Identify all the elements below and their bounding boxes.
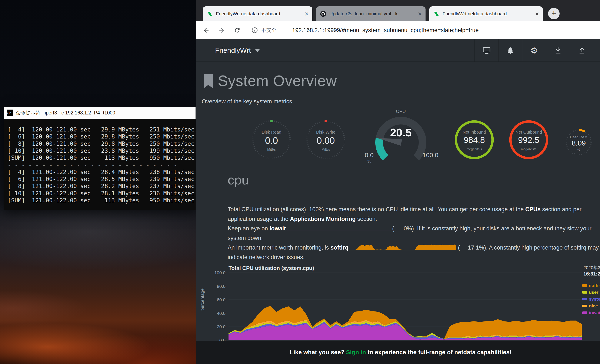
signin-bar: Like what you see? Sign in to experience… bbox=[196, 341, 600, 364]
gauge-value: 0.00 bbox=[305, 135, 347, 146]
section-heading-cpu: cpu bbox=[228, 172, 249, 187]
gauge-label: Net Outbound bbox=[508, 130, 550, 135]
gauge-unit: megabits/s bbox=[453, 147, 495, 151]
gauge-disk-read[interactable]: Disk Read 0.0 MiB/s bbox=[250, 119, 292, 161]
gauge-label: Disk Read bbox=[250, 130, 292, 135]
iowait-term: iowait bbox=[270, 225, 286, 232]
gauge-cpu[interactable]: CPU 20.5 0.0 100.0 % bbox=[362, 107, 440, 165]
browser-tab-3[interactable]: FriendlyWrt netdata dashboard × bbox=[429, 6, 543, 21]
text bbox=[286, 225, 287, 232]
signin-link[interactable]: Sign in bbox=[346, 349, 366, 355]
legend-label: softirq bbox=[589, 283, 600, 288]
alarms-button[interactable] bbox=[498, 39, 522, 62]
text: to experience the full-range of netdata … bbox=[366, 349, 512, 355]
new-tab-button[interactable]: + bbox=[548, 8, 560, 19]
header-left-cell bbox=[196, 39, 209, 62]
legend-swatch bbox=[582, 311, 587, 314]
host-name: FriendlyWrt bbox=[215, 46, 251, 55]
url-text[interactable]: 192.168.2.1:19999/#menu_system_submenu_c… bbox=[292, 21, 479, 39]
gauge-min: 0.0 bbox=[362, 151, 377, 159]
text: An important metric worth monitoring, is bbox=[228, 244, 330, 251]
cpu-paragraph-2: application usage at the Applications Mo… bbox=[228, 214, 600, 224]
export-button[interactable] bbox=[570, 39, 594, 62]
cpu-paragraph-6: indicate network driver issues. bbox=[228, 252, 600, 262]
ytick-label: 60.0 bbox=[217, 297, 225, 302]
cmd-icon: C:\_ bbox=[7, 110, 13, 116]
ytick-label: 20.0 bbox=[217, 324, 225, 329]
chart-legend: softirqusersystemniceiowait bbox=[582, 282, 600, 316]
desktop-background: { "desktop": { "terminal": { "icon_glyph… bbox=[0, 0, 600, 364]
chevron-down-icon bbox=[255, 49, 260, 52]
chart-ylabel: percentage bbox=[200, 274, 205, 325]
gauge-value: 992.5 bbox=[508, 135, 550, 145]
legend-item[interactable]: user bbox=[582, 289, 600, 296]
header-edge-cell bbox=[594, 39, 600, 62]
back-icon bbox=[203, 27, 210, 34]
text: section. bbox=[356, 216, 377, 222]
legend-item[interactable]: softirq bbox=[582, 282, 600, 289]
terminal-line: [ 6] 121.00-122.00 sec 28.5 MBytes 239 M… bbox=[8, 176, 196, 183]
cpu-paragraph-5: An important metric worth monitoring, is… bbox=[228, 243, 600, 252]
reload-icon bbox=[234, 27, 241, 34]
legend-label: user bbox=[589, 290, 598, 295]
host-selector[interactable]: FriendlyWrt bbox=[215, 39, 260, 62]
gauge-used-ram[interactable]: Used RAM 8.09 % bbox=[564, 127, 594, 157]
iowait-sparkline[interactable] bbox=[287, 225, 391, 232]
browser-toolbar: 不安全 192.168.2.1:19999/#menu_system_subme… bbox=[196, 21, 600, 39]
gauge-value: 8.09 bbox=[564, 139, 594, 147]
link-applications-monitoring[interactable]: Applications Monitoring bbox=[290, 216, 356, 222]
close-icon[interactable]: × bbox=[535, 11, 539, 17]
site-info-button[interactable] bbox=[250, 26, 259, 35]
settings-button[interactable]: ⚙ bbox=[522, 39, 546, 62]
terminal-line: [ 4] 120.00-121.00 sec 29.9 MBytes 251 M… bbox=[8, 126, 196, 133]
softirq-sparkline[interactable] bbox=[350, 244, 456, 251]
close-icon[interactable]: × bbox=[418, 11, 422, 17]
legend-item[interactable]: system bbox=[582, 296, 600, 302]
import-button[interactable] bbox=[546, 39, 570, 62]
cpu-paragraph-3: Keep an eye on iowait ( 0%). If it is co… bbox=[228, 224, 600, 233]
forward-icon bbox=[218, 27, 225, 34]
back-button[interactable] bbox=[201, 25, 212, 35]
text: Total CPU utilization (all cores). 100% … bbox=[228, 206, 525, 213]
gauge-value: 20.5 bbox=[362, 126, 440, 139]
tab-label: FriendlyWrt netdata dashboard bbox=[216, 11, 302, 17]
gauge-unit: megabits/s bbox=[508, 147, 550, 151]
text: section and per bbox=[541, 206, 581, 213]
legend-item[interactable]: nice bbox=[582, 302, 600, 309]
cpu-chart[interactable] bbox=[228, 272, 582, 340]
cpu-paragraph-4: system down. bbox=[228, 233, 600, 243]
tab-strip: FriendlyWrt netdata dashboard × Update r… bbox=[196, 0, 600, 21]
close-icon[interactable]: × bbox=[305, 11, 309, 17]
gauge-dot bbox=[270, 120, 273, 122]
legend-item[interactable]: iowait bbox=[582, 309, 600, 316]
info-icon bbox=[251, 27, 258, 34]
text: ( 0%). If it is constantly high, your di… bbox=[391, 225, 591, 232]
gauge-net-inbound[interactable]: Net Inbound 984.8 megabits/s bbox=[453, 119, 495, 161]
omnibox-separator bbox=[288, 27, 288, 34]
link-cpus[interactable]: CPUs bbox=[525, 206, 541, 213]
tab-label: FriendlyWrt netdata dashboard bbox=[442, 11, 533, 17]
text: Like what you see? bbox=[290, 349, 346, 355]
netdata-icon bbox=[433, 11, 440, 17]
terminal-titlebar[interactable]: C:\_ 命令提示符 - iperf3 -c 192.168.1.2 -P4 -… bbox=[4, 107, 196, 119]
terminal-title: 命令提示符 - iperf3 -c 192.168.1.2 -P4 -t1000 bbox=[16, 110, 115, 116]
gauge-unit: % bbox=[363, 159, 376, 164]
gauge-net-outbound[interactable]: Net Outbound 992.5 megabits/s bbox=[508, 119, 550, 161]
browser-tab-1[interactable]: FriendlyWrt netdata dashboard × bbox=[203, 6, 312, 21]
security-label[interactable]: 不安全 bbox=[261, 21, 276, 39]
browser-tab-2[interactable]: Update r2s_lean_minimal.yml · k × bbox=[316, 6, 426, 21]
gauge-value: 0.0 bbox=[250, 135, 292, 146]
terminal-line: - - - - - - - - - - - - - - - - - - - - … bbox=[8, 161, 196, 168]
terminal-line: [ 10] 121.00-122.00 sec 28.1 MBytes 236 … bbox=[8, 190, 196, 197]
terminal-line: [ 4] 121.00-122.00 sec 28.4 MBytes 238 M… bbox=[8, 168, 196, 176]
gauge-unit: MiB/s bbox=[305, 148, 347, 151]
tab-label: Update r2s_lean_minimal.yml · k bbox=[329, 11, 415, 17]
terminal-line: [ 8] 120.00-121.00 sec 29.8 MBytes 250 M… bbox=[8, 140, 196, 147]
cpu-paragraph-1: Total CPU utilization (all cores). 100% … bbox=[228, 205, 600, 214]
upload-icon bbox=[578, 46, 586, 55]
forward-button[interactable] bbox=[216, 25, 227, 35]
print-screen-button[interactable] bbox=[474, 39, 498, 62]
gauge-disk-write[interactable]: Disk Write 0.00 MiB/s bbox=[305, 119, 347, 161]
reload-button[interactable] bbox=[232, 25, 242, 35]
chart-date: 2020年3 bbox=[583, 265, 600, 271]
